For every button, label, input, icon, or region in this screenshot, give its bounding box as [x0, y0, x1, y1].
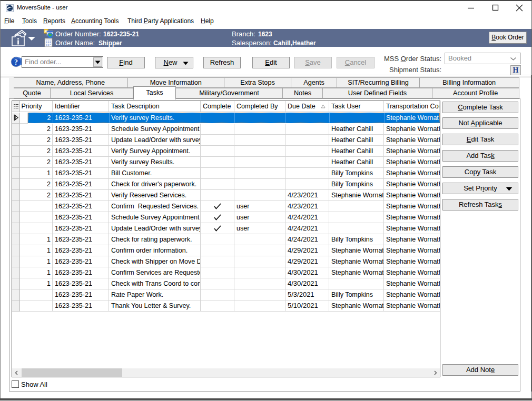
svg-text:?: ? — [14, 58, 18, 66]
